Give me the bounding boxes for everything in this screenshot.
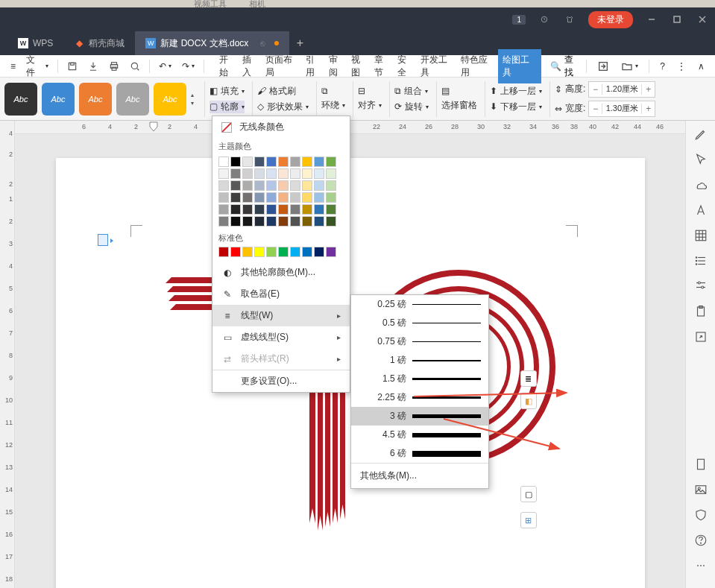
- list-icon[interactable]: [693, 253, 708, 268]
- ribbon-tab-insert[interactable]: 插入: [239, 49, 262, 83]
- page-icon[interactable]: [693, 457, 708, 472]
- color-swatch[interactable]: [278, 180, 289, 191]
- ribbon-tab-special[interactable]: 特色应用: [458, 49, 498, 83]
- format-painter-button[interactable]: 🖌格式刷: [257, 85, 309, 98]
- color-swatch[interactable]: [266, 216, 277, 227]
- color-swatch[interactable]: [242, 180, 253, 191]
- shape-style-gallery[interactable]: Abc Abc Abc Abc Abc ▴▾: [4, 83, 201, 116]
- ribbon-tab-chapter[interactable]: 章节: [371, 49, 394, 83]
- group-button[interactable]: ⧉组合▾: [394, 85, 429, 98]
- color-swatch[interactable]: [314, 204, 324, 215]
- color-swatch[interactable]: [290, 192, 300, 203]
- weight-option[interactable]: ≡ 线型(W) ▸: [212, 305, 350, 326]
- color-swatch[interactable]: [230, 180, 241, 191]
- height-increase[interactable]: +: [641, 84, 655, 95]
- color-swatch[interactable]: [326, 216, 336, 227]
- ribbon-tab-dev[interactable]: 开发工具: [418, 49, 458, 83]
- maximize-button[interactable]: [664, 7, 690, 31]
- send-backward-button[interactable]: ⬇下移一层▾: [490, 101, 542, 113]
- color-swatch[interactable]: [290, 157, 300, 167]
- color-swatch[interactable]: [314, 192, 324, 203]
- login-button[interactable]: 未登录: [588, 11, 633, 28]
- rotate-button[interactable]: ⟳旋转▾: [394, 101, 429, 113]
- color-swatch[interactable]: [278, 247, 289, 257]
- color-swatch[interactable]: [266, 204, 277, 215]
- color-swatch[interactable]: [254, 247, 265, 257]
- color-swatch[interactable]: [242, 192, 253, 203]
- weight-0.5[interactable]: 0.5 磅: [351, 314, 488, 332]
- color-swatch[interactable]: [314, 247, 324, 257]
- hamburger-icon[interactable]: ≡: [6, 58, 20, 75]
- cloud-icon[interactable]: [693, 177, 708, 192]
- weight-1[interactable]: 1 磅: [351, 351, 488, 370]
- color-swatch[interactable]: [290, 180, 300, 191]
- color-swatch[interactable]: [278, 157, 289, 167]
- ribbon-tab-start[interactable]: 开始: [216, 49, 239, 83]
- color-swatch[interactable]: [302, 180, 312, 191]
- color-swatch[interactable]: [218, 168, 229, 179]
- bring-forward-button[interactable]: ⬆上移一层▾: [490, 85, 542, 98]
- color-swatch[interactable]: [302, 216, 312, 227]
- width-decrease[interactable]: −: [589, 104, 602, 114]
- clipboard-icon[interactable]: [693, 304, 708, 319]
- color-swatch[interactable]: [218, 204, 229, 215]
- color-swatch[interactable]: [242, 247, 253, 257]
- settings-icon[interactable]: [693, 279, 708, 294]
- color-swatch[interactable]: [326, 247, 336, 257]
- selection-pane-button[interactable]: ▤: [441, 86, 477, 96]
- color-swatch[interactable]: [314, 180, 324, 191]
- color-swatch[interactable]: [278, 168, 289, 179]
- weight-0.25[interactable]: 0.25 磅: [351, 295, 488, 314]
- width-increase[interactable]: +: [641, 104, 655, 114]
- ribbon-tab-view[interactable]: 视图: [348, 49, 371, 83]
- color-swatch[interactable]: [218, 247, 229, 257]
- color-swatch[interactable]: [302, 192, 312, 203]
- file-menu[interactable]: 文件 ▾: [22, 51, 53, 82]
- skin-icon[interactable]: [557, 7, 582, 31]
- close-button[interactable]: [690, 7, 715, 31]
- color-swatch[interactable]: [290, 216, 300, 227]
- style-preset-5[interactable]: Abc: [154, 83, 186, 116]
- color-swatch[interactable]: [314, 157, 324, 167]
- color-swatch[interactable]: [302, 157, 312, 167]
- new-tab-button[interactable]: +: [289, 37, 310, 50]
- ribbon-tab-ref[interactable]: 引用: [303, 49, 326, 83]
- color-swatch[interactable]: [218, 192, 229, 203]
- color-swatch[interactable]: [314, 168, 324, 179]
- color-swatch[interactable]: [302, 247, 312, 257]
- color-swatch[interactable]: [326, 192, 336, 203]
- share-icon[interactable]: [593, 57, 614, 75]
- color-swatch[interactable]: [326, 168, 336, 179]
- align-button[interactable]: ⊟: [358, 86, 382, 96]
- color-swatch[interactable]: [290, 247, 300, 257]
- color-swatch[interactable]: [326, 180, 336, 191]
- color-swatch[interactable]: [302, 168, 312, 179]
- folder-icon[interactable]: ▾: [617, 57, 643, 75]
- color-swatch[interactable]: [218, 216, 229, 227]
- export-icon[interactable]: [693, 329, 708, 344]
- color-swatch[interactable]: [314, 216, 324, 227]
- ribbon-tab-layout[interactable]: 页面布局: [262, 49, 303, 83]
- color-swatch[interactable]: [218, 157, 229, 167]
- output-icon[interactable]: [84, 58, 103, 75]
- color-swatch[interactable]: [266, 180, 277, 191]
- more-lines-option[interactable]: 其他线条(M)...: [351, 463, 488, 488]
- height-decrease[interactable]: −: [589, 84, 602, 95]
- width-input[interactable]: − 1.30厘米 +: [588, 101, 655, 117]
- color-swatch[interactable]: [230, 247, 241, 257]
- color-swatch[interactable]: [230, 168, 241, 179]
- color-swatch[interactable]: [254, 204, 265, 215]
- notification-counter[interactable]: 1: [512, 15, 526, 25]
- dash-option[interactable]: ▭ 虚线线型(S) ▸: [212, 326, 350, 348]
- shape-outline-quick-icon[interactable]: ▢: [520, 486, 537, 502]
- weight-1.5[interactable]: 1.5 磅: [351, 370, 488, 388]
- color-swatch[interactable]: [230, 204, 241, 215]
- cursor-icon[interactable]: [693, 152, 708, 167]
- text-icon[interactable]: [693, 203, 708, 218]
- color-swatch[interactable]: [290, 168, 300, 179]
- style-preset-3[interactable]: Abc: [79, 83, 112, 116]
- color-swatch[interactable]: [266, 192, 277, 203]
- wrap-button[interactable]: ⧉: [321, 86, 345, 96]
- print-icon[interactable]: [104, 58, 124, 75]
- color-swatch[interactable]: [254, 192, 265, 203]
